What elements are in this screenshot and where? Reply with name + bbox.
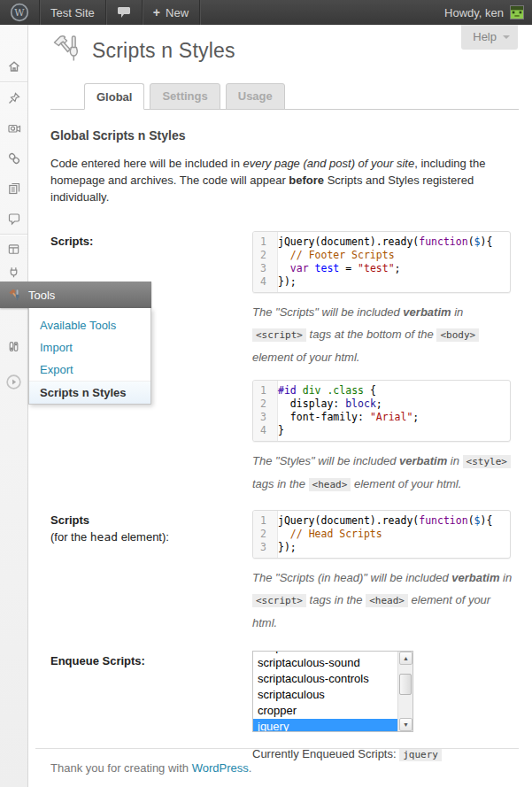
chain-link-icon <box>7 151 21 166</box>
line-number: 2 <box>253 249 272 262</box>
line-number: 1 <box>253 235 272 249</box>
line-number: 4 <box>253 275 272 289</box>
scrollbar-thumb[interactable] <box>399 674 412 695</box>
svg-text:W: W <box>14 7 25 19</box>
site-name-menu[interactable]: Test Site <box>40 0 106 25</box>
admin-menu <box>0 25 28 787</box>
menu-item-import[interactable]: Import <box>29 336 150 359</box>
scripts-code-editor[interactable]: 1jQuery(document).ready(function($){2 //… <box>252 231 511 293</box>
new-label: New <box>166 6 189 19</box>
line-number: 3 <box>253 411 272 424</box>
enqueue-row: Enqueue Scripts: scriptaculous-sliderscr… <box>50 651 519 760</box>
pushpin-icon <box>7 91 21 105</box>
sidebar-item-plugins[interactable] <box>0 262 27 282</box>
scroll-up-icon[interactable]: ▲ <box>399 652 412 665</box>
avatar[interactable] <box>510 5 524 19</box>
layout-icon <box>7 243 20 256</box>
tools-icon <box>0 288 28 302</box>
enqueue-scripts-select[interactable]: scriptaculous-sliderscriptaculous-sounds… <box>252 651 413 732</box>
menu-item-available-tools[interactable]: Available Tools <box>29 314 150 336</box>
select-option-scriptaculous[interactable]: scriptaculous <box>253 687 397 703</box>
plug-icon <box>7 266 20 279</box>
line-number: 2 <box>253 528 272 541</box>
main-content: Help Scripts n Styles Global Settings Us… <box>28 25 532 787</box>
page-title: Scripts n Styles <box>92 39 235 63</box>
scripts-help-text: The "Scripts" will be included verbatim … <box>252 301 514 368</box>
comment-bubble-icon <box>117 6 131 19</box>
head-scripts-row: Scripts (for the head element): 1jQuery(… <box>50 510 519 634</box>
scrollbar-track[interactable] <box>398 665 412 718</box>
scroll-down-icon[interactable]: ▼ <box>399 718 412 731</box>
head-scripts-help-text: The "Scripts (in head)" will be included… <box>252 567 514 634</box>
select-option-scriptaculous-sound[interactable]: scriptaculous-sound <box>253 655 397 671</box>
camera-icon <box>7 121 21 135</box>
tab-settings[interactable]: Settings <box>150 83 220 110</box>
head-scripts-code-editor[interactable]: 1jQuery(document).ready(function($){2 //… <box>252 510 511 559</box>
wordpress-logo[interactable]: W <box>0 0 40 25</box>
styles-code-editor[interactable]: 1#id div .class {2 display: block;3 font… <box>252 380 511 442</box>
avatar-image <box>511 6 523 19</box>
enqueue-label: Enqueue Scripts: <box>50 651 252 760</box>
line-number: 2 <box>253 397 272 411</box>
select-option-cropper[interactable]: cropper <box>253 703 397 719</box>
sidebar-item-dashboard[interactable] <box>0 57 27 76</box>
line-number: 1 <box>253 514 272 528</box>
select-option-jquery[interactable]: jquery <box>253 719 397 731</box>
sidebar-item-posts[interactable] <box>0 89 27 108</box>
house-icon <box>7 59 21 73</box>
help-button[interactable]: Help <box>461 25 518 50</box>
tools-menu-title: Tools <box>28 289 55 302</box>
wordpress-icon: W <box>10 3 29 22</box>
sidebar-item-pages[interactable] <box>0 179 27 198</box>
menu-item-scripts-n-styles[interactable]: Scripts n Styles <box>29 381 150 404</box>
line-number: 4 <box>253 424 272 437</box>
menu-separator <box>0 234 27 235</box>
select-scrollbar[interactable]: ▲ ▼ <box>397 652 412 731</box>
admin-bar: W Test Site + New Howdy, ken <box>0 0 532 25</box>
line-number: 3 <box>253 262 272 275</box>
sidebar-item-media[interactable] <box>0 119 27 138</box>
tab-usage[interactable]: Usage <box>226 83 285 110</box>
scripts-n-styles-icon <box>50 33 82 68</box>
sidebar-item-comments[interactable] <box>0 209 27 228</box>
section-title: Global Scripts n Styles <box>50 128 519 143</box>
comments-shortcut[interactable] <box>106 0 143 25</box>
intro-text: Code entered here will be included in ev… <box>50 155 519 205</box>
wordpress-link[interactable]: WordPress <box>192 761 249 775</box>
sidebar-item-appearance[interactable] <box>0 239 27 258</box>
head-scripts-label: Scripts (for the head element): <box>50 510 252 634</box>
line-number: 3 <box>253 541 272 554</box>
tools-flyout: Tools Available Tools Import Export Scri… <box>0 282 151 405</box>
howdy-account-menu[interactable]: Howdy, ken <box>444 6 504 19</box>
menu-separator <box>0 81 27 82</box>
line-number: 1 <box>253 384 272 397</box>
select-options: scriptaculous-sliderscriptaculous-sounds… <box>253 652 397 731</box>
new-content-menu[interactable]: + New <box>143 0 200 25</box>
tools-menu-header[interactable]: Tools <box>0 282 151 308</box>
speech-bubble-icon <box>7 212 21 226</box>
plus-icon: + <box>153 5 160 19</box>
footer: Thank you for creating with WordPress. <box>35 748 519 783</box>
styles-help-text: The "Styles" will be included verbatim i… <box>252 450 514 496</box>
tab-global[interactable]: Global <box>84 83 144 110</box>
tab-bar: Global Settings Usage <box>50 83 519 110</box>
tools-submenu: Available Tools Import Export Scripts n … <box>28 308 151 405</box>
sidebar-item-links[interactable] <box>0 149 27 168</box>
chevron-down-icon <box>503 35 510 39</box>
select-option-scriptaculous-controls[interactable]: scriptaculous-controls <box>253 671 397 687</box>
menu-item-export[interactable]: Export <box>29 359 150 381</box>
help-label: Help <box>473 30 497 43</box>
pages-icon <box>7 181 21 196</box>
